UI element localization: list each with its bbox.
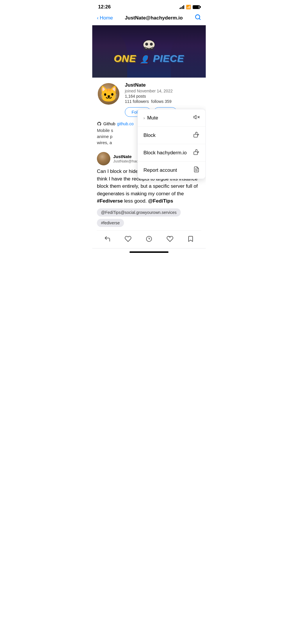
bookmark-button[interactable] — [185, 234, 196, 244]
menu-item-block-instance[interactable]: Block hachyderm.io — [138, 144, 205, 162]
profile-followers: 111 followers follows 359 — [125, 99, 201, 104]
mute-icon — [193, 114, 200, 122]
tag-pill-fediverse[interactable]: #fediverse — [97, 219, 124, 227]
back-label: Home — [100, 15, 113, 21]
boost-up-button[interactable] — [165, 234, 175, 244]
search-button[interactable] — [195, 14, 201, 22]
block-icon — [193, 131, 200, 139]
menu-item-block[interactable]: Block — [138, 127, 205, 144]
avatar-image — [98, 83, 119, 105]
block-instance-icon — [193, 149, 200, 157]
reply-button[interactable] — [102, 234, 113, 244]
status-icons: 📶 — [180, 5, 200, 9]
menu-item-report[interactable]: Report account — [138, 162, 205, 179]
nav-bar: ‹ Home JustNate@hachyderm.io — [92, 12, 206, 25]
svg-line-1 — [199, 18, 200, 19]
svg-point-4 — [150, 43, 153, 46]
avatar — [97, 82, 120, 105]
chevron-right-icon: › — [143, 116, 145, 120]
menu-item-mute[interactable]: › Mute — [138, 109, 205, 127]
post-actions — [97, 230, 201, 244]
svg-marker-10 — [194, 115, 196, 119]
status-bar: 12:26 📶 — [92, 0, 206, 12]
block-label: Block — [143, 133, 156, 138]
chevron-left-icon: ‹ — [97, 15, 99, 21]
post-avatar — [97, 152, 110, 165]
hashtag-fediverse[interactable]: #Fediverse — [97, 198, 123, 204]
wifi-icon: 📶 — [186, 5, 191, 9]
tag-pill-feditips[interactable]: @FediTips@social.growyourown.services — [97, 208, 181, 217]
signal-icon — [180, 5, 185, 9]
mention-feditips[interactable]: @FediTips — [148, 198, 173, 204]
profile-joined: joined November 14, 2022 — [125, 89, 201, 93]
mute-label: Mute — [147, 115, 158, 121]
block-instance-label: Block hachyderm.io — [143, 150, 187, 156]
post-avatar-image — [97, 152, 110, 165]
avatar-wrapper — [97, 82, 120, 105]
svg-rect-13 — [194, 134, 198, 137]
report-label: Report account — [143, 167, 177, 173]
like-button[interactable] — [123, 234, 133, 244]
github-label: Github — [103, 121, 115, 126]
report-icon — [193, 166, 200, 174]
nav-title: JustNate@hachyderm.io — [125, 15, 183, 21]
svg-rect-14 — [194, 152, 198, 155]
dropdown-menu: › Mute Block — [137, 109, 206, 179]
home-bar — [130, 251, 168, 253]
post-text-2: less good. — [123, 198, 148, 204]
status-time: 12:26 — [98, 4, 111, 10]
profile-posts: 1,164 posts — [125, 94, 201, 99]
github-link[interactable]: github.co — [117, 121, 134, 126]
post-tags: @FediTips@social.growyourown.services #f… — [97, 208, 201, 227]
profile-name: JustNate — [125, 82, 201, 88]
boost-button[interactable] — [144, 234, 154, 244]
home-indicator — [92, 248, 206, 255]
back-button[interactable]: ‹ Home — [97, 15, 113, 21]
profile-section: JustNate joined November 14, 2022 1,164 … — [92, 78, 206, 121]
svg-point-3 — [145, 43, 148, 46]
github-icon — [97, 121, 102, 126]
battery-icon — [193, 5, 200, 9]
profile-banner: ONE 👤 PIECE — [92, 25, 206, 78]
